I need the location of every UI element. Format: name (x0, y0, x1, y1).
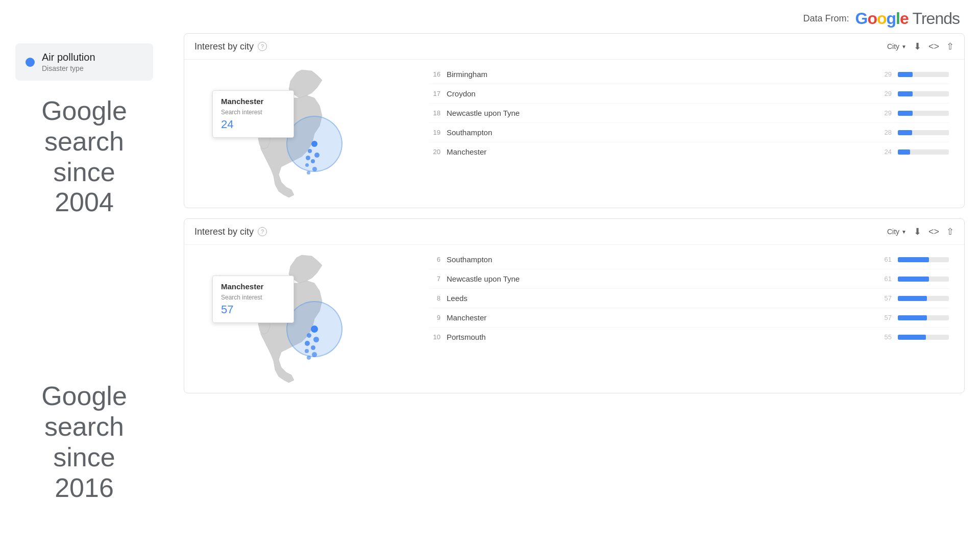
city-rank: 20 (429, 148, 440, 156)
download-icon2[interactable]: ⬇ (914, 226, 921, 237)
city-name: Croydon (447, 89, 871, 98)
tooltip-value2: 57 (221, 303, 285, 316)
bar-fill (898, 315, 927, 320)
bar-container (898, 335, 949, 340)
table-row: 10 Portsmouth 55 (429, 328, 949, 346)
bar-fill (898, 72, 913, 77)
card2-city-dropdown[interactable]: City ▼ (887, 228, 906, 236)
card2-map-area: Manchester Search interest 57 (184, 250, 419, 388)
table-row: 7 Newcastle upon Tyne 61 (429, 269, 949, 289)
share-icon[interactable]: ⇧ (946, 41, 954, 52)
table-row: 16 Birmingham 29 (429, 65, 949, 84)
city-score: 24 (877, 148, 892, 156)
tooltip-label: Search interest (221, 109, 285, 116)
manchester-dot (311, 141, 317, 147)
tag-text: Air pollution Disaster type (42, 52, 95, 72)
city-rank: 9 (429, 314, 440, 321)
city-dot-3 (314, 153, 320, 158)
card1-city-dropdown[interactable]: City ▼ (887, 42, 906, 51)
table-row: 9 Manchester 57 (429, 308, 949, 328)
card2-controls: City ▼ ⬇ <> ⇧ (887, 226, 954, 237)
card1-body: Manchester Search interest 24 16 Birming… (184, 60, 964, 208)
bar-container (898, 149, 949, 155)
city-score: 29 (877, 109, 892, 117)
city-name: Birmingham (447, 70, 871, 79)
card1-controls: City ▼ ⬇ <> ⇧ (887, 41, 954, 52)
city-dot-2 (311, 159, 315, 163)
card2-tooltip: Manchester Search interest 57 (212, 276, 294, 323)
city2-dot-3 (313, 337, 319, 342)
city-name: Newcastle upon Tyne (447, 274, 871, 283)
bar-fill (898, 91, 913, 96)
city-name: Southampton (447, 255, 871, 264)
bar-container (898, 91, 949, 96)
city-name: Newcastle upon Tyne (447, 109, 871, 117)
dropdown-arrow-icon2: ▼ (901, 229, 906, 235)
share-icon2[interactable]: ⇧ (946, 226, 954, 237)
city-rank: 18 (429, 109, 440, 117)
city-rank: 8 (429, 294, 440, 302)
city-rank: 10 (429, 333, 440, 341)
city-score: 29 (877, 90, 892, 97)
city-name: Manchester (447, 313, 871, 322)
card2-help-icon[interactable]: ? (258, 227, 267, 236)
right-panel: Interest by city ? City ▼ ⬇ <> ⇧ (168, 33, 980, 523)
city-name: Leeds (447, 294, 871, 303)
bar-container (898, 315, 949, 320)
tag-title: Air pollution (42, 52, 95, 63)
city2-dot-2 (311, 345, 315, 350)
city-score: 61 (877, 275, 892, 283)
city-dot-1 (306, 156, 310, 160)
bar-fill (898, 149, 910, 155)
bar-container (898, 277, 949, 282)
section2-search-label: Google search since 2016 (15, 381, 153, 503)
section1-search-label: Google search since 2004 (15, 96, 153, 218)
city-dropdown-label2: City (887, 228, 899, 236)
city2-dot-6 (312, 352, 317, 357)
embed-icon2[interactable]: <> (928, 227, 939, 237)
card2-title-area: Interest by city ? (194, 227, 267, 237)
city-name: Southampton (447, 128, 871, 137)
city-rank: 19 (429, 129, 440, 136)
city-score: 55 (877, 333, 892, 341)
manchester-dot2 (311, 325, 318, 333)
tag-box: Air pollution Disaster type (15, 43, 153, 81)
tooltip-city2: Manchester (221, 282, 285, 291)
tag-subtitle: Disaster type (42, 64, 95, 72)
city-rank: 16 (429, 70, 440, 78)
tooltip-city: Manchester (221, 97, 285, 106)
table-row: 6 Southampton 61 (429, 250, 949, 269)
card1-header: Interest by city ? City ▼ ⬇ <> ⇧ (184, 34, 964, 60)
bar-container (898, 72, 949, 77)
bar-fill (898, 130, 912, 135)
city-dot-5 (305, 163, 309, 167)
card1-title-area: Interest by city ? (194, 41, 267, 52)
city-dropdown-label: City (887, 42, 899, 51)
card1-tooltip: Manchester Search interest 24 (212, 90, 294, 138)
card2-header: Interest by city ? City ▼ ⬇ <> ⇧ (184, 219, 964, 245)
card1-help-icon[interactable]: ? (258, 42, 267, 51)
embed-icon[interactable]: <> (928, 41, 939, 52)
table-row: 18 Newcastle upon Tyne 29 (429, 104, 949, 123)
bar-container (898, 130, 949, 135)
dropdown-arrow-icon: ▼ (901, 44, 906, 49)
city-rank: 17 (429, 90, 440, 97)
left-panel: Air pollution Disaster type Google searc… (0, 33, 168, 523)
city-score: 57 (877, 314, 892, 321)
table-row: 8 Leeds 57 (429, 289, 949, 308)
city-dot-6 (312, 167, 317, 171)
main-layout: Air pollution Disaster type Google searc… (0, 33, 980, 544)
city2-dot-4 (307, 333, 311, 338)
card1-map-area: Manchester Search interest 24 (184, 65, 419, 203)
download-icon[interactable]: ⬇ (914, 41, 921, 52)
city-score: 28 (877, 129, 892, 136)
bar-fill (898, 335, 926, 340)
tooltip-label2: Search interest (221, 294, 285, 301)
bar-container (898, 111, 949, 116)
bar-container (898, 296, 949, 301)
city2-dot-7 (307, 356, 311, 360)
card2-body: Manchester Search interest 57 6 Southamp… (184, 245, 964, 393)
city-name: Manchester (447, 147, 871, 156)
tag-dot (26, 58, 35, 67)
city-score: 61 (877, 256, 892, 263)
